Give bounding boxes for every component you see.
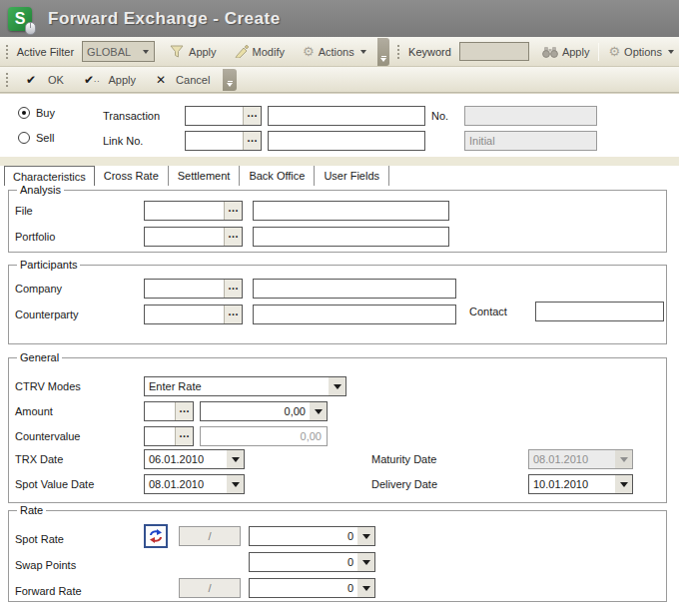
tab-strip: Characteristics Cross Rate Settlement Ba… xyxy=(0,166,679,186)
participants-group: Participants Company … Counterparty … Co… xyxy=(8,265,667,344)
transaction-desc-input[interactable] xyxy=(268,106,425,126)
toolbar-grip[interactable] xyxy=(396,44,400,60)
tab-label: Back Office xyxy=(249,170,305,182)
options-button[interactable]: ⚙ Options xyxy=(603,42,679,61)
gear-icon: ⚙ xyxy=(608,45,620,58)
tab-cross-rate[interactable]: Cross Rate xyxy=(95,166,169,186)
toolbar-grip[interactable] xyxy=(5,72,9,88)
chevron-down-icon xyxy=(668,50,674,54)
cancel-label: Cancel xyxy=(176,74,210,86)
countervalue-label: Countervalue xyxy=(15,430,80,442)
filter-apply-button[interactable]: Apply xyxy=(165,42,222,61)
lookup-ellipsis-button[interactable]: … xyxy=(224,228,242,246)
counterparty-code-input[interactable] xyxy=(145,306,224,323)
portfolio-label: Portfolio xyxy=(15,231,55,243)
chevron-down-icon xyxy=(357,527,374,545)
toolbar-overflow-button[interactable] xyxy=(223,69,237,91)
modify-button[interactable]: Modify xyxy=(230,42,290,61)
portfolio-desc-input[interactable] xyxy=(253,227,449,247)
chevron-down-icon xyxy=(615,475,632,493)
file-desc-input[interactable] xyxy=(253,201,449,221)
keyword-apply-button[interactable]: Apply xyxy=(537,43,595,61)
sell-radio[interactable]: Sell xyxy=(18,132,54,144)
chevron-down-icon xyxy=(615,450,632,468)
counterparty-desc-input[interactable] xyxy=(253,305,456,324)
lookup-ellipsis-button[interactable]: … xyxy=(224,306,242,323)
spot-value-date-picker[interactable]: 08.01.2010 xyxy=(144,474,245,494)
ok-label: OK xyxy=(48,74,64,86)
lookup-ellipsis-button[interactable]: … xyxy=(224,202,242,220)
spot-rate-select[interactable]: 0 xyxy=(249,526,375,546)
countervalue-currency-input[interactable] xyxy=(145,427,175,445)
chevron-down-icon xyxy=(360,50,366,54)
tab-characteristics[interactable]: Characteristics xyxy=(4,166,95,186)
amount-currency-lookup: … xyxy=(144,401,194,421)
link-no-label: Link No. xyxy=(103,135,143,147)
chevron-down-icon xyxy=(310,402,327,420)
buy-radio[interactable]: Buy xyxy=(18,107,55,119)
lookup-ellipsis-button[interactable]: … xyxy=(243,107,261,125)
link-no-code-input[interactable] xyxy=(186,132,243,150)
toolbar-grip[interactable] xyxy=(5,44,9,60)
app-icon: S xyxy=(8,7,32,31)
tab-user-fields[interactable]: User Fields xyxy=(315,166,389,186)
tab-label: Characteristics xyxy=(13,171,86,183)
forward-rate-value: 0 xyxy=(250,582,357,594)
keyword-input[interactable] xyxy=(459,42,529,61)
toolbar-separator xyxy=(598,43,599,61)
analysis-group-label: Analysis xyxy=(17,184,64,196)
keyword-apply-label: Apply xyxy=(562,46,590,58)
amount-select[interactable]: 0,00 xyxy=(200,401,328,421)
participants-group-label: Participants xyxy=(17,259,80,271)
lookup-ellipsis-button[interactable]: … xyxy=(175,402,193,420)
close-icon: ✕ xyxy=(156,73,166,87)
amount-currency-input[interactable] xyxy=(145,402,175,420)
refresh-rate-button[interactable] xyxy=(144,524,168,548)
pair-separator: / xyxy=(208,530,211,542)
spot-rate-value: 0 xyxy=(250,530,357,542)
ok-button[interactable]: ✔ OK xyxy=(21,70,69,90)
toolbar-overflow-button[interactable] xyxy=(377,38,390,66)
cancel-button[interactable]: ✕ Cancel xyxy=(151,70,215,90)
contact-label: Contact xyxy=(469,306,507,317)
swap-points-select[interactable]: 0 xyxy=(249,552,375,572)
lookup-ellipsis-button[interactable]: … xyxy=(243,132,261,150)
trx-date-value: 06.01.2010 xyxy=(145,453,227,465)
maturity-date-value: 08.01.2010 xyxy=(529,453,615,465)
analysis-group: Analysis File … Portfolio … xyxy=(8,190,667,253)
trx-date-picker[interactable]: 06.01.2010 xyxy=(144,449,245,469)
file-code-input[interactable] xyxy=(145,202,224,220)
forward-rate-select[interactable]: 0 xyxy=(249,578,375,598)
tab-label: Cross Rate xyxy=(104,170,159,182)
chevron-down-icon xyxy=(357,553,374,571)
general-group: General CTRV Modes Enter Rate Amount … 0… xyxy=(8,357,667,503)
apply-button[interactable]: ✔ .. Apply xyxy=(79,70,141,90)
company-code-input[interactable] xyxy=(145,280,224,298)
transaction-lookup: … xyxy=(185,106,262,126)
active-filter-select[interactable]: GLOBAL xyxy=(82,41,155,62)
forward-exchange-window: S Forward Exchange - Create Active Filte… xyxy=(0,0,679,616)
link-no-lookup: … xyxy=(185,131,262,151)
lookup-ellipsis-button[interactable]: … xyxy=(224,280,242,298)
company-desc-input[interactable] xyxy=(253,279,456,299)
delivery-date-picker[interactable]: 10.01.2010 xyxy=(528,474,633,494)
link-no-desc-input[interactable] xyxy=(268,131,425,151)
portfolio-code-input[interactable] xyxy=(145,228,224,246)
file-label: File xyxy=(15,205,33,217)
rate-group-label: Rate xyxy=(17,504,46,516)
active-filter-label: Active Filter xyxy=(17,46,74,58)
transaction-code-input[interactable] xyxy=(186,107,243,125)
ctrv-modes-label: CTRV Modes xyxy=(15,380,81,392)
options-label: Options xyxy=(624,46,662,58)
contact-input[interactable] xyxy=(535,302,664,321)
tab-settlement[interactable]: Settlement xyxy=(169,166,241,186)
tab-back-office[interactable]: Back Office xyxy=(240,166,315,186)
forward-rate-label: Forward Rate xyxy=(15,585,82,597)
ctrv-modes-select[interactable]: Enter Rate xyxy=(144,376,346,396)
actions-button[interactable]: ⚙ Actions xyxy=(298,42,371,61)
spot-rate-label: Spot Rate xyxy=(15,533,64,545)
lookup-ellipsis-button[interactable]: … xyxy=(175,427,193,445)
countervalue-currency-lookup: … xyxy=(144,426,194,446)
modify-label: Modify xyxy=(253,46,285,58)
mouse-icon xyxy=(25,22,36,35)
